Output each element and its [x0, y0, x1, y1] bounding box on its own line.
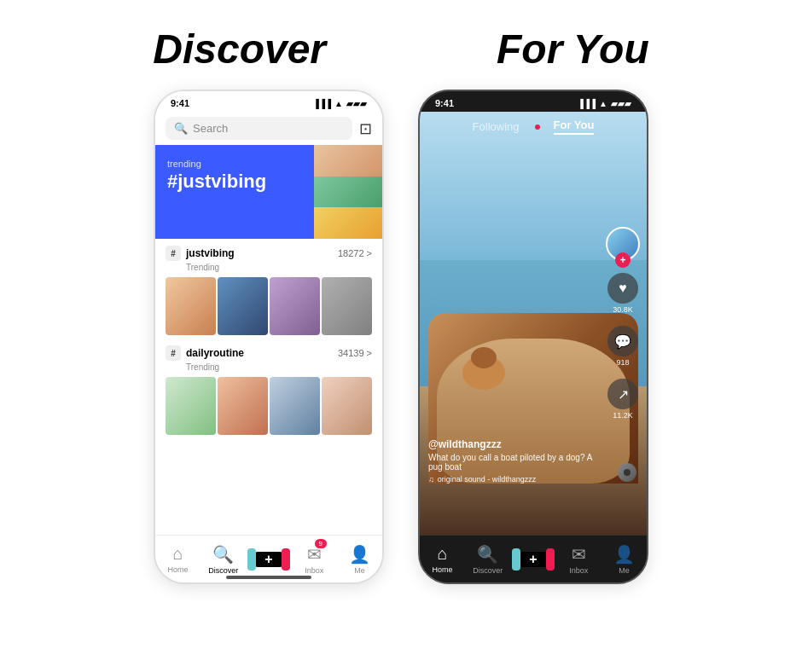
search-input-area[interactable]: 🔍 Search [166, 117, 352, 140]
tag-row-2[interactable]: # dailyroutine 34139 > Trending [155, 339, 382, 438]
tab-foryou-active[interactable]: For You [554, 119, 595, 135]
battery-icon: ▰▰▰ [346, 99, 367, 108]
inbox-icon-foryou: ✉ [572, 544, 586, 565]
search-bar: 🔍 Search ⊡ [155, 112, 382, 145]
music-disc [618, 463, 636, 482]
video-caption: @wildthangzzz What do you call a boat pi… [428, 438, 596, 484]
caption-username: @wildthangzzz [428, 438, 596, 450]
nav-add-discover[interactable]: + [246, 552, 291, 567]
nav-discover[interactable]: 🔍 Discover [200, 544, 246, 575]
signal-icon-foryou: ▐▐▐ [578, 99, 596, 108]
add-button-foryou[interactable]: + [517, 552, 549, 567]
nav-add-foryou[interactable]: + [510, 552, 555, 567]
nav-me-label-discover: Me [354, 566, 365, 575]
scan-icon[interactable]: ⊡ [359, 119, 372, 138]
share-button[interactable]: ↗ 11.2K [607, 379, 638, 420]
tag-thumb-2-3 [270, 377, 320, 435]
comment-icon: 💬 [607, 326, 638, 356]
trending-thumb-2 [314, 177, 382, 208]
nav-me-label-foryou: Me [619, 566, 630, 575]
status-time-discover: 9:41 [171, 98, 189, 108]
inbox-badge-container: ✉ 9 [307, 544, 322, 565]
tag-thumb-1-3 [270, 277, 320, 335]
inbox-badge: 9 [315, 539, 327, 548]
nav-inbox-discover[interactable]: ✉ 9 Inbox [292, 544, 337, 575]
nav-home-foryou[interactable]: ⌂ Home [420, 544, 465, 574]
home-icon-discover: ⌂ [173, 544, 183, 564]
comment-button[interactable]: 💬 918 [607, 326, 638, 367]
caption-text: What do you call a boat piloted by a dog… [428, 453, 596, 472]
trending-banner: trending #justvibing [155, 145, 382, 239]
status-icons-foryou: ▐▐▐ ▲ ▰▰▰ [578, 99, 631, 108]
trending-thumb-1 [314, 145, 382, 177]
hash-icon-1: # [166, 246, 181, 261]
nav-inbox-label-foryou: Inbox [569, 566, 588, 575]
discover-content: 🔍 Search ⊡ trending #justvibing [155, 112, 382, 535]
comment-count: 918 [616, 358, 629, 367]
nav-discover-label: Discover [208, 566, 238, 575]
status-icons-discover: ▐▐▐ ▲ ▰▰▰ [313, 99, 367, 108]
home-icon-foryou: ⌂ [438, 544, 448, 564]
tag-sub-1: Trending [186, 263, 372, 272]
nav-discover-foryou[interactable]: 🔍 Discover [465, 544, 510, 575]
me-icon-discover: 👤 [349, 544, 370, 565]
plus-icon-foryou: + [529, 552, 537, 567]
discover-icon: 🔍 [212, 544, 234, 565]
page-title-discover: Discover [153, 26, 326, 72]
like-count: 30.8K [613, 305, 633, 314]
page-title-foryou: For You [497, 26, 649, 72]
share-icon: ↗ [607, 379, 638, 409]
live-dot [535, 125, 540, 130]
tag-thumb-2-4 [322, 377, 372, 435]
plus-icon-discover: + [264, 552, 272, 567]
discover-icon-foryou: 🔍 [477, 544, 498, 565]
tag-count-1: 18272 > [338, 248, 372, 258]
tag-count-2: 34139 > [338, 348, 372, 358]
tag-name-2: dailyroutine [186, 347, 244, 359]
foryou-phone: 9:41 ▐▐▐ ▲ ▰▰▰ Following [418, 90, 648, 584]
nav-discover-label-foryou: Discover [473, 566, 503, 575]
foryou-header-tabs: Following For You [420, 112, 647, 142]
battery-icon-foryou: ▰▰▰ [611, 99, 631, 108]
add-button-discover[interactable]: + [253, 552, 285, 567]
tag-sub-2: Trending [186, 362, 372, 372]
tag-thumb-2-2 [218, 377, 268, 435]
share-count: 11.2K [613, 411, 633, 420]
wifi-icon: ▲ [334, 99, 343, 108]
tag-name-1: justvibing [186, 247, 235, 259]
hash-icon-2: # [166, 345, 181, 361]
tag-row-1[interactable]: # justvibing 18272 > Trending [155, 239, 382, 339]
tag-thumb-1-1 [166, 277, 216, 335]
trending-thumbnails [314, 145, 382, 239]
like-button[interactable]: ♥ 30.8K [607, 273, 638, 314]
tag-thumb-1-4 [322, 277, 372, 335]
me-icon-foryou: 👤 [613, 544, 635, 565]
signal-icon: ▐▐▐ [313, 99, 331, 108]
home-bar-discover [226, 576, 311, 579]
nav-home-label-foryou: Home [433, 565, 453, 574]
follow-button[interactable]: + [615, 252, 631, 268]
discover-phone: 9:41 ▐▐▐ ▲ ▰▰▰ 🔍 Search ⊡ trending #just… [154, 90, 384, 584]
search-placeholder-text: Search [193, 122, 228, 135]
tag-thumbnails-1 [166, 277, 372, 335]
nav-me-foryou[interactable]: 👤 Me [602, 544, 647, 575]
nav-inbox-label-discover: Inbox [305, 566, 323, 575]
nav-me-discover[interactable]: 👤 Me [337, 544, 382, 575]
nav-home-label-discover: Home [168, 565, 189, 574]
nav-home-discover[interactable]: ⌂ Home [155, 544, 200, 574]
wifi-icon-foryou: ▲ [599, 99, 607, 108]
music-note-icon: ♫ [428, 475, 434, 484]
tag-thumb-2-1 [166, 377, 216, 435]
status-bar-foryou: 9:41 ▐▐▐ ▲ ▰▰▰ [420, 91, 647, 112]
nav-inbox-foryou[interactable]: ✉ Inbox [556, 544, 602, 575]
status-time-foryou: 9:41 [435, 98, 454, 108]
tag-thumb-1-2 [218, 277, 268, 335]
tab-following[interactable]: Following [473, 120, 520, 133]
caption-music: ♫ original sound - wildthangzzz [428, 475, 596, 484]
tag-thumbnails-2 [166, 377, 372, 435]
foryou-video-area: Following For You + ♥ 30.8K 💬 918 [420, 112, 647, 535]
video-avatar[interactable]: + [606, 227, 640, 261]
search-icon: 🔍 [174, 122, 188, 135]
bottom-nav-foryou: ⌂ Home 🔍 Discover + ✉ Inbox 👤 Me [420, 535, 647, 582]
trending-thumb-3 [314, 207, 382, 239]
